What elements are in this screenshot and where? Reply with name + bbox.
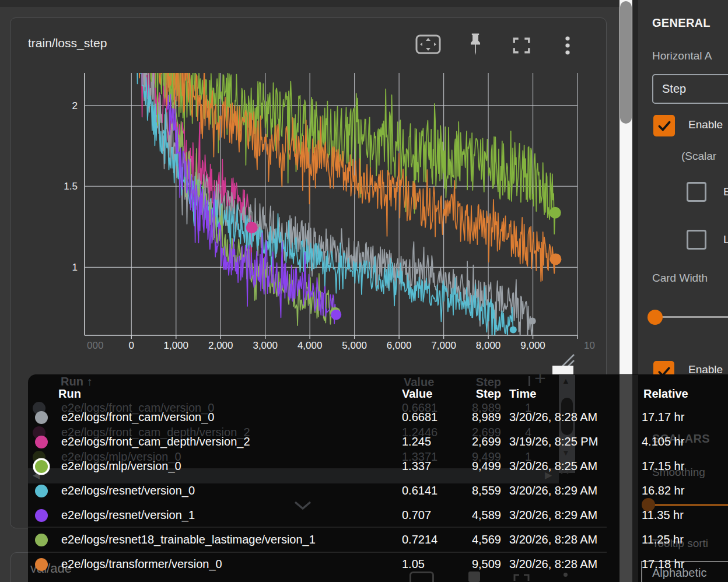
run-color-dot [35,485,48,497]
tooltip-run-step: 4,589 [440,509,501,522]
tooltip-run-relative: 11.25 hr [642,533,684,546]
tooltip-run-relative: 17.17 hr [642,411,684,424]
run-color-dot [35,436,48,448]
tooltip-run-name: e2e/logs/front_cam/version_0 [61,411,214,424]
tooltip-row: e2e/logs/resnet18_trainable_lastimage/ve… [0,533,728,548]
tooltip-run-step: 9,509 [440,558,501,571]
tooltip-relative-header: Relative [643,387,688,401]
tooltip-run-name: e2e/logs/front_cam_depth/version_2 [61,435,250,448]
tooltip-run-name: e2e/logs/resnet/version_0 [61,484,195,497]
tooltip-run-time: 3/20/26, 8:28 AM [509,558,597,571]
tooltip-run-step: 8,559 [440,484,501,497]
tooltip-run-relative: 17.18 hr [642,558,684,571]
tooltip-row: e2e/logs/mlp/version_01.3379,4993/20/26,… [0,460,728,475]
run-color-dot [35,534,48,546]
tooltip-run-time: 3/19/26, 8:25 PM [509,435,598,448]
ghost-next-card-top-border [28,552,607,553]
run-color-dot [35,411,48,424]
ghost-plus-icon: + [534,367,546,390]
run-color-dot [35,509,48,522]
tooltip-run-value: 0.6681 [402,411,438,424]
tooltip-row: e2e/logs/transformer/version_01.059,5093… [0,558,728,573]
ghost-cursor-bar [528,376,530,386]
tooltip-run-name: e2e/logs/resnet/version_1 [61,509,195,522]
tooltip-overlay: Run ↑ Value Step + e2e/logs/front_cam/ve… [0,0,728,582]
tooltip-run-value: 1.05 [402,558,425,571]
tooltip-row: e2e/logs/front_cam_depth/version_21.2452… [0,435,728,450]
tooltip-run-relative: 16.82 hr [642,484,684,497]
tooltip-run-time: 3/20/26, 8:29 AM [509,509,597,522]
run-color-dot-highlighted [35,460,48,473]
tooltip-run-relative: 11.35 hr [642,509,684,522]
tooltip-step-header: Step [440,387,501,401]
tooltip-row: e2e/logs/resnet/version_00.61418,5593/20… [0,484,728,499]
tooltip-run-name: e2e/logs/mlp/version_0 [61,460,181,473]
tooltip-value-header: Value [402,387,432,401]
tooltip-run-step: 2,699 [440,435,501,448]
ghost-pin-icon [468,572,480,582]
tooltip-run-time: 3/20/26, 8:28 AM [509,411,597,424]
tooltip-run-step: 9,499 [440,460,501,473]
run-color-dot [35,558,48,571]
tooltip-row: e2e/logs/resnet/version_10.7074,5893/20/… [0,509,728,524]
ghost-page-scrollbar [620,375,632,582]
tooltip-run-value: 1.337 [402,460,431,473]
tooltip-run-value: 0.7214 [402,533,438,546]
tooltip-row: e2e/logs/front_cam/version_00.66818,9893… [0,411,728,426]
tooltip-header-row: Run Value Step Time Relative [0,387,728,402]
tooltip-run-header: Run [58,387,81,401]
ghost-scrollbar-gap [632,375,638,582]
ghost-fit-to-data-icon [410,572,434,582]
tooltip-run-value: 1.245 [402,435,431,448]
tooltip-run-relative: 17.15 hr [642,460,684,473]
tooltip-run-time: 3/20/26, 8:28 AM [509,533,597,546]
tooltip-run-value: 0.6141 [402,484,438,497]
tooltip-run-name: e2e/logs/transformer/version_0 [61,558,222,571]
ghost-card-bottom-border [28,527,607,528]
tooltip-run-step: 4,569 [440,533,501,546]
ghost-more-vertical-icon [564,573,568,577]
tooltip-run-time: 3/20/26, 8:25 AM [509,460,597,473]
ghost-run-sort-header: Run ↑ [61,375,92,388]
tooltip-run-value: 0.707 [402,509,431,522]
tooltip-run-step: 8,989 [440,411,501,424]
tooltip-run-time: 3/20/26, 8:29 AM [509,484,597,497]
tooltip-run-relative: 4.105 hr [642,435,684,448]
tooltip-run-name: e2e/logs/resnet18_trainable_lastimage/ve… [61,533,316,546]
tooltip-time-header: Time [509,387,536,401]
ghost-fullscreen-icon [512,573,531,582]
ghost-scroll-up-icon: ▲ [562,376,570,385]
ghost-smoothing-slider-track [652,504,728,506]
tensorboard-dashboard: { "card": { "title": "train/loss_step" }… [0,0,728,582]
